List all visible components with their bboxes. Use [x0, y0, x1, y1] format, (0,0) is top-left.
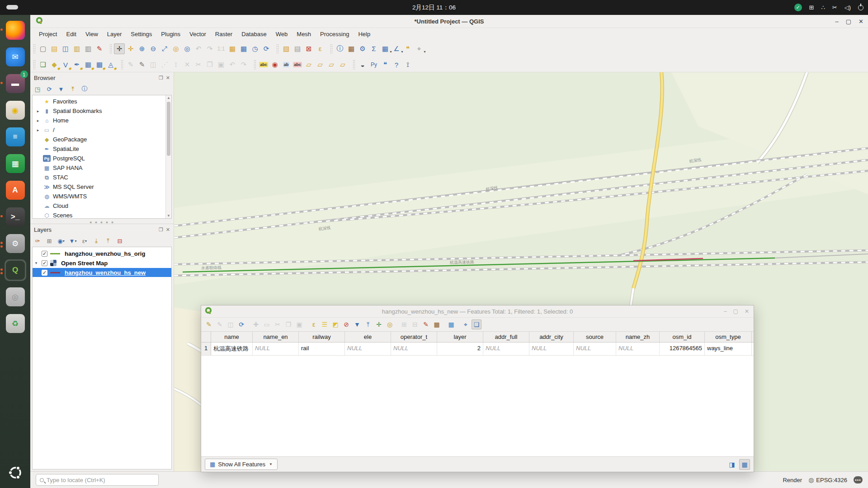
new-virtual-raster-icon[interactable]: ▦✱ [83, 59, 94, 70]
select-all-icon[interactable]: ☰ [320, 319, 330, 329]
pan-to-selection-icon[interactable]: ✛ [125, 43, 136, 54]
new-mesh-layer-icon[interactable]: ◬✱ [105, 59, 116, 70]
show-layout-manager-icon[interactable]: ▥ [83, 43, 94, 54]
save-edits-icon[interactable]: ◫ [148, 59, 159, 70]
layer-visibility-checkbox[interactable]: ✓ [42, 260, 47, 266]
vertex-editor-icon[interactable]: ⟟ [402, 59, 413, 70]
power-icon[interactable] [858, 5, 863, 10]
multi-edit-icon[interactable]: ✎ [215, 319, 225, 329]
filter-browser-icon[interactable]: ▼ [57, 84, 66, 94]
delete-selected-icon[interactable]: ✕ [182, 59, 193, 70]
dock-app-settings-icon[interactable]: ⚙ [5, 233, 26, 254]
zoom-to-layer-icon[interactable]: ◎ [182, 43, 193, 54]
new-bookmark-icon[interactable]: ▦ [227, 43, 238, 54]
identify-features-icon[interactable]: ⓘ [335, 43, 345, 54]
current-edits-icon[interactable]: ✎ [125, 59, 136, 70]
zoom-out-icon[interactable]: ⊖ [148, 43, 159, 54]
pin-overlay-icon[interactable]: ◒ [357, 59, 368, 70]
copy-features-icon[interactable]: ❐ [204, 59, 215, 70]
move-selection-top-icon[interactable]: ⤒ [363, 319, 373, 329]
show-hidden-labels-icon[interactable]: ▱ [326, 59, 337, 70]
cell-operator_t[interactable]: NULL [391, 343, 437, 355]
input-source-icon[interactable]: ⊞ [809, 4, 814, 11]
dock-app-thunderbird-icon[interactable]: ✉ [5, 46, 26, 68]
browser-item-geopackage[interactable]: ◆GeoPackage [33, 135, 171, 144]
pan-to-selected-icon[interactable]: ✛ [374, 319, 384, 329]
zoom-last-icon[interactable]: ↶ [193, 43, 204, 54]
panel-splitter[interactable]: ● ● ● ● ● [30, 221, 174, 224]
select-by-expression-icon[interactable]: ε [315, 43, 326, 54]
maximize-icon[interactable]: ▢ [846, 18, 851, 25]
attribute-dialog-titlebar[interactable]: hangzhou_wenzhou_hs_new — Features Total… [201, 305, 754, 318]
layers-float-icon[interactable]: ❐ [159, 227, 163, 233]
dialog-maximize-icon[interactable]: ▢ [733, 308, 738, 314]
layers-close-icon[interactable]: ✕ [166, 227, 170, 233]
system-clock[interactable]: 2月12日 11：06 [0, 4, 868, 12]
select-by-form-icon[interactable]: ▤ [292, 43, 303, 54]
column-header-layer[interactable]: layer [437, 332, 483, 342]
invert-selection-icon[interactable]: ◩ [330, 319, 340, 329]
updates-ok-icon[interactable]: ✓ [794, 4, 802, 11]
select-by-expression-icon[interactable]: ε [309, 319, 319, 329]
layer-visibility-checkbox[interactable]: ✓ [42, 270, 47, 276]
browser-item-favorites[interactable]: ★Favorites [33, 97, 171, 106]
redo-icon[interactable]: ↷ [238, 59, 249, 70]
cell-name_en[interactable]: NULL [253, 343, 299, 355]
layer-item-hangzhou-wenzhou-hs-new[interactable]: ✓hangzhou_wenzhou_hs_new [33, 268, 171, 277]
cut-features-icon[interactable]: ✂ [193, 59, 204, 70]
labeling-red-icon[interactable]: abc [292, 59, 303, 70]
column-header-name[interactable]: name [211, 332, 253, 342]
browser-item--[interactable]: ▸▭/ [33, 125, 171, 135]
undo-icon[interactable]: ↶ [227, 59, 238, 70]
properties-info-icon[interactable]: ⓘ [80, 84, 89, 94]
column-header-ele[interactable]: ele [345, 332, 391, 342]
column-header-railway[interactable]: railway [299, 332, 345, 342]
conditional-formatting-icon[interactable]: ▦ [446, 319, 456, 329]
show-all-features-button[interactable]: ▦ Show All Features ▼ [205, 459, 278, 470]
labeling-blue-icon[interactable]: ab [281, 59, 292, 70]
field-calculator-icon[interactable]: ▦ [346, 43, 357, 54]
digitize-icon[interactable]: ⋰ [159, 59, 170, 70]
network-icon[interactable]: ∴ [821, 4, 825, 11]
cut-icon[interactable]: ✂ [832, 4, 837, 11]
deselect-all-icon[interactable]: ⊠ [303, 43, 314, 54]
pan-map-icon[interactable]: ✛ [114, 43, 125, 54]
menu-vector[interactable]: Vector [185, 29, 210, 39]
zoom-in-icon[interactable]: ⊕ [137, 43, 147, 54]
edit-field-icon[interactable]: ✎ [421, 319, 431, 329]
expand-arrow-icon[interactable]: ▸ [35, 109, 41, 113]
dock-app-trash-icon[interactable]: ♻ [5, 313, 26, 334]
cell-addr_full[interactable]: NULL [483, 343, 529, 355]
browser-item-spatialite[interactable]: ✒SpatiaLite [33, 144, 171, 154]
vertex-tool-icon[interactable]: ⟟ [170, 59, 181, 70]
layer-item-hangzhou-wenzhou-hs-orig[interactable]: ✓hangzhou_wenzhou_hs_orig [33, 249, 171, 258]
zoom-mag-icon[interactable]: ⌖ [461, 319, 471, 329]
messages-icon[interactable]: ••• [854, 476, 863, 483]
save-edits-icon[interactable]: ◫ [226, 319, 236, 329]
new-project-icon[interactable]: ▢ [38, 43, 48, 54]
new-geopackage-layer-icon[interactable]: ◆✱ [49, 59, 60, 70]
save-project-icon[interactable]: ◫ [60, 43, 71, 54]
form-view-toggle[interactable]: ◨ [726, 459, 737, 470]
column-header-osm_type[interactable]: osm_type [705, 332, 752, 342]
browser-close-icon[interactable]: ✕ [166, 75, 170, 81]
pin-labels-icon[interactable]: ▱ [315, 59, 326, 70]
measure-icon[interactable]: ∠▼ [391, 43, 402, 54]
data-source-manager-icon[interactable]: ❏ [38, 59, 48, 70]
cell-railway[interactable]: rail [299, 343, 345, 355]
column-header-addr_full[interactable]: addr_full [483, 332, 529, 342]
zoom-full-icon[interactable]: ⤢ [159, 43, 170, 54]
select-features-icon[interactable]: ▧ [281, 43, 292, 54]
table-row[interactable]: 1杭温高速铁路NULLrailNULLNULL2NULLNULLNULLNULL… [201, 343, 754, 356]
dock-app-libreoffice-calc-icon[interactable]: ▦ [5, 153, 26, 174]
menu-layer[interactable]: Layer [103, 29, 126, 39]
open-layer-styling-icon[interactable]: ✑ [33, 236, 42, 245]
statistical-summary-icon[interactable]: Σ [368, 43, 379, 54]
browser-item-sap-hana[interactable]: ▦SAP HANA [33, 163, 171, 173]
column-header-name_en[interactable]: name_en [253, 332, 299, 342]
manage-map-themes-icon[interactable]: ◉▾ [57, 236, 66, 245]
filter-legend-icon[interactable]: ▼▾ [68, 236, 77, 245]
menu-plugins[interactable]: Plugins [157, 29, 184, 39]
remove-layer-icon[interactable]: ⊟ [115, 236, 124, 245]
delete-selected-icon[interactable]: ▭ [262, 319, 272, 329]
